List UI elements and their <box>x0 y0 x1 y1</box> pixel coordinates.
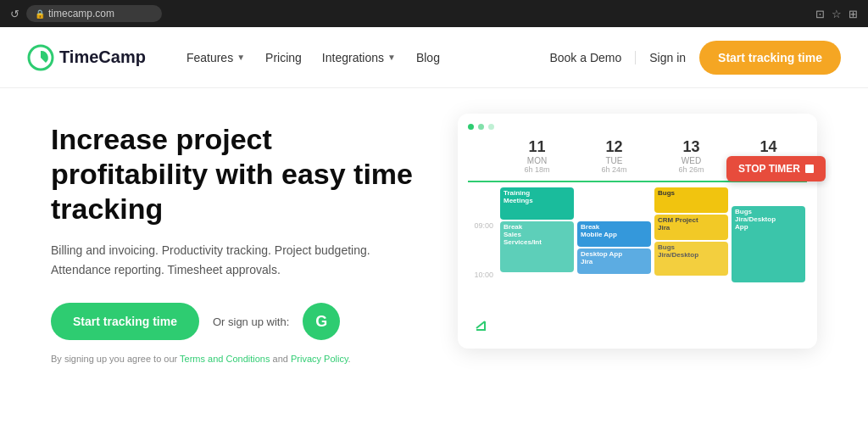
cal-empty-col <box>468 137 498 176</box>
tue-spacer <box>577 187 651 220</box>
reload-icon[interactable]: ↺ <box>10 8 19 20</box>
logo[interactable]: TimeCamp <box>27 44 146 71</box>
event-bugs: Bugs <box>654 187 728 213</box>
bookmark-icon[interactable]: ☆ <box>832 8 842 20</box>
url-text: timecamp.com <box>48 8 114 20</box>
stop-timer-button[interactable]: STOP TIMER <box>726 156 826 181</box>
integrations-chevron: ▼ <box>387 53 396 62</box>
hero-start-button[interactable]: Start tracking time <box>51 303 199 340</box>
cal-day-mon: 11 MON 6h 18m <box>498 137 576 176</box>
nav-features[interactable]: Features ▼ <box>186 51 245 64</box>
col-tue: BreakMobile App Desktop AppJira <box>576 186 653 338</box>
nav-pricing[interactable]: Pricing <box>265 51 302 64</box>
col-wed: Bugs CRM ProjectJira BugsJira/Desktop <box>653 186 730 338</box>
cal-dot-1 <box>468 124 474 130</box>
menu-icon[interactable]: ⊞ <box>849 8 858 20</box>
privacy-link[interactable]: Privacy Policy <box>291 354 348 364</box>
lock-icon: 🔒 <box>35 9 45 19</box>
thu-spacer <box>732 187 805 204</box>
col-thu: BugsJira/DesktopApp <box>730 186 807 338</box>
url-bar[interactable]: 🔒 timecamp.com <box>26 5 162 22</box>
hero-section: Increase project profitability with easy… <box>0 88 868 364</box>
hero-actions: Start tracking time Or sign up with: G <box>51 303 424 340</box>
event-break-mobile: BreakMobile App <box>577 221 651 247</box>
navbar: TimeCamp Features ▼ Pricing Integrations… <box>0 27 868 88</box>
browser-actions: ⊡ ☆ ⊞ <box>815 8 858 20</box>
cal-dot-2 <box>478 124 484 130</box>
hero-left: Increase project profitability with easy… <box>51 122 424 364</box>
extensions-icon[interactable]: ⊡ <box>815 8 825 20</box>
col-mon: TrainingMeetings BreakSalesServices/Int <box>498 186 576 338</box>
terms-text: By signing up you agree to our Terms and… <box>51 354 424 364</box>
hero-right: STOP TIMER 11 MON 6h 18m 12 TUE 6h 24m 1… <box>458 122 817 349</box>
hero-title: Increase project profitability with easy… <box>51 122 424 226</box>
features-chevron: ▼ <box>236 53 245 62</box>
stop-icon <box>805 165 814 173</box>
time-gap <box>468 230 498 269</box>
sign-in-link[interactable]: Sign in <box>649 51 686 64</box>
terms-prefix: By signing up you agree to our <box>51 354 180 364</box>
time-labels-col: 09:00 10:00 <box>468 186 498 338</box>
cal-dots <box>468 124 807 130</box>
terms-link[interactable]: Terms and Conditions <box>180 354 270 364</box>
browser-chrome: ↺ 🔒 timecamp.com ⊡ ☆ ⊞ <box>0 0 868 27</box>
event-training: TrainingMeetings <box>500 187 574 220</box>
logo-icon <box>27 44 54 71</box>
terms-and: and <box>270 354 290 364</box>
time-label-9: 09:00 <box>468 220 498 230</box>
nav-blog[interactable]: Blog <box>416 51 440 64</box>
nav-right: Book a Demo Sign in Start tracking time <box>549 41 841 75</box>
google-signup-button[interactable]: G <box>303 303 340 340</box>
event-break: BreakSalesServices/Int <box>500 221 574 272</box>
event-crm: CRM ProjectJira <box>654 215 728 240</box>
cal-day-wed: 13 WED 6h 26m <box>653 137 730 176</box>
event-desktop-app: Desktop AppJira <box>577 248 651 274</box>
cal-dot-3 <box>488 124 494 130</box>
nav-links: Features ▼ Pricing Integrations ▼ Blog <box>186 51 523 64</box>
calendar-widget: STOP TIMER 11 MON 6h 18m 12 TUE 6h 24m 1… <box>458 114 817 349</box>
nav-cta-button[interactable]: Start tracking time <box>699 41 841 75</box>
time-label-spacer <box>468 186 498 220</box>
stop-timer-label: STOP TIMER <box>738 163 800 175</box>
or-signup-text: Or sign up with: <box>213 315 289 328</box>
logo-text: TimeCamp <box>59 47 146 67</box>
event-bugs2: BugsJira/Desktop <box>654 242 728 276</box>
book-demo-link[interactable]: Book a Demo <box>549 51 636 64</box>
terms-dot: . <box>348 354 351 364</box>
time-label-10: 10:00 <box>468 269 498 279</box>
cal-day-tue: 12 TUE 6h 24m <box>576 137 653 176</box>
arrow-decoration <box>473 318 493 342</box>
hero-subtitle: Billing and invoicing. Productivity trac… <box>51 241 424 279</box>
calendar-body: 09:00 10:00 TrainingMeetings BreakSalesS… <box>468 186 807 338</box>
nav-integrations[interactable]: Integrations ▼ <box>322 51 396 64</box>
event-bugs-jira: BugsJira/DesktopApp <box>732 206 805 282</box>
